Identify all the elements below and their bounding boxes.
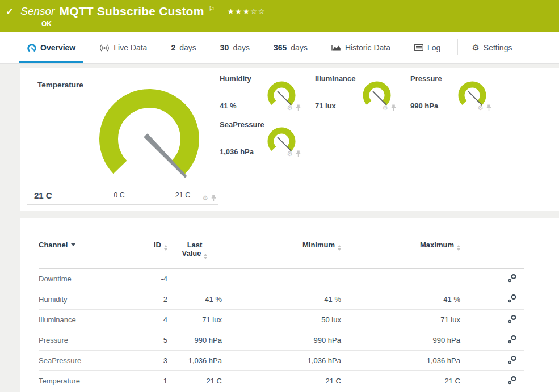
gear-icon: ⚙ <box>472 43 479 53</box>
flag-icon[interactable]: ⚐ <box>209 5 215 13</box>
pin-icon[interactable] <box>296 104 301 111</box>
pin-icon[interactable] <box>296 150 301 157</box>
channel-id: 5 <box>135 330 167 351</box>
gauges-card: Temperature 0 C 21 C 21 C ⚙ Humidity 41 … <box>20 68 559 211</box>
channel-last-value: 71 lux <box>167 310 222 330</box>
sort-icon <box>457 245 460 251</box>
gauge-panel-temperature: Temperature 0 C 21 C 21 C ⚙ <box>27 73 218 205</box>
gauge-min-label: 0 C <box>107 191 132 199</box>
table-row: Humidity 2 41 % 41 % 41 % <box>39 289 524 310</box>
tab-divider <box>457 39 458 55</box>
tab-live-data[interactable]: Live Data <box>91 32 155 63</box>
gear-icon[interactable]: ⚙ <box>382 104 388 111</box>
tab-label: days <box>233 43 250 52</box>
channel-last-value <box>167 269 222 289</box>
channel-last-value: 41 % <box>167 289 222 310</box>
sensor-status-badge: OK <box>41 20 552 28</box>
channel-minimum: 50 lux <box>222 310 341 330</box>
gear-icon[interactable]: ⚙ <box>287 104 293 111</box>
log-icon <box>414 44 423 51</box>
tab-overview[interactable]: Overview <box>19 32 83 63</box>
channel-name[interactable]: SeaPressure <box>39 351 135 371</box>
table-row: SeaPressure 3 1,036 hPa 1,036 hPa 1,036 … <box>39 351 524 371</box>
tab-label: Settings <box>484 43 512 52</box>
channel-settings-icon[interactable] <box>507 314 517 324</box>
gauge-title: SeaPressure <box>220 120 264 129</box>
tab-historic-data[interactable]: Historic Data <box>323 32 398 63</box>
tab-settings[interactable]: ⚙ Settings <box>464 32 520 63</box>
channel-name[interactable]: Illuminance <box>39 310 135 330</box>
channel-name[interactable]: Downtime <box>39 269 135 289</box>
column-header-channel[interactable]: Channel <box>39 241 135 269</box>
channel-minimum <box>222 269 341 289</box>
sort-icon <box>164 245 167 251</box>
pin-icon[interactable] <box>486 104 491 111</box>
mini-gauges-grid: Humidity 41 % ⚙ Illuminance 71 lux <box>218 73 514 211</box>
channel-id: -4 <box>135 269 167 289</box>
table-row: Pressure 5 990 hPa 990 hPa 990 hPa <box>39 330 524 351</box>
gauge-panel-illuminance: Illuminance 71 lux ⚙ <box>314 73 404 113</box>
gauge-title: Pressure <box>410 74 442 83</box>
tab-2-days[interactable]: 2 days <box>163 32 204 63</box>
column-header-last-value[interactable]: Last Value <box>167 241 222 269</box>
channel-settings-icon[interactable] <box>507 335 517 344</box>
channel-minimum: 990 hPa <box>222 330 341 351</box>
gauge-title: Illuminance <box>315 74 356 83</box>
column-header-id[interactable]: ID <box>135 241 167 269</box>
tab-label: Historic Data <box>345 43 390 52</box>
channel-maximum: 21 C <box>341 371 460 391</box>
channel-maximum: 71 lux <box>341 310 460 330</box>
status-check-icon: ✓ <box>6 6 14 18</box>
channels-table: Channel ID Last Value Minimum Maximum <box>39 241 524 391</box>
channel-id: 3 <box>135 351 167 371</box>
channel-maximum: 41 % <box>341 289 460 310</box>
gauge-title: Humidity <box>220 74 251 83</box>
channel-last-value: 1,036 hPa <box>167 351 222 371</box>
channel-name[interactable]: Pressure <box>39 330 135 351</box>
sensor-status-header: ✓ Sensor MQTT Subscribe Custom ⚐ ★★★☆☆ O… <box>0 0 559 32</box>
gauge-icon <box>27 44 36 52</box>
sensor-type-label: Sensor <box>20 5 54 18</box>
tab-label: days <box>291 43 308 52</box>
channel-settings-icon[interactable] <box>507 273 517 283</box>
tab-30-days[interactable]: 30 days <box>212 32 258 63</box>
column-header-maximum[interactable]: Maximum <box>341 241 460 269</box>
gear-icon[interactable]: ⚙ <box>202 195 208 201</box>
channel-settings-icon[interactable] <box>507 294 517 304</box>
channel-last-value: 990 hPa <box>167 330 222 351</box>
gear-icon[interactable]: ⚙ <box>287 150 293 157</box>
channel-settings-icon[interactable] <box>507 355 517 365</box>
channel-last-value: 21 C <box>167 371 222 391</box>
channel-name[interactable]: Temperature <box>39 371 135 391</box>
pin-icon[interactable] <box>391 104 396 111</box>
tab-label: Log <box>427 43 440 52</box>
sensor-title: MQTT Subscribe Custom <box>59 5 204 18</box>
tab-label: days <box>179 43 196 52</box>
column-header-minimum[interactable]: Minimum <box>222 241 341 269</box>
channel-minimum: 1,036 hPa <box>222 351 341 371</box>
gauge-title: Temperature <box>37 81 83 89</box>
channel-id: 2 <box>135 289 167 310</box>
channels-card: Channel ID Last Value Minimum Maximum <box>20 218 559 392</box>
channel-name[interactable]: Humidity <box>39 289 135 310</box>
tab-label: Live Data <box>114 43 147 52</box>
temperature-gauge <box>95 87 203 183</box>
channel-maximum: 1,036 hPa <box>341 351 460 371</box>
gauge-panel-pressure: Pressure 990 hPa ⚙ <box>409 73 499 113</box>
area-chart-icon <box>331 44 341 52</box>
priority-stars[interactable]: ★★★☆☆ <box>227 7 266 16</box>
channel-settings-icon[interactable] <box>507 376 517 385</box>
tab-log[interactable]: Log <box>406 32 448 63</box>
column-header-actions <box>460 241 524 269</box>
gauge-value: 990 hPa <box>410 102 438 110</box>
pin-icon[interactable] <box>211 195 216 201</box>
gauge-panel-seapressure: SeaPressure 1,036 hPa ⚙ <box>218 119 308 159</box>
gauge-value: 1,036 hPa <box>220 147 254 156</box>
sort-icon <box>204 254 207 259</box>
table-row: Downtime -4 <box>39 269 524 289</box>
gear-icon[interactable]: ⚙ <box>477 104 484 111</box>
channel-id: 1 <box>135 371 167 391</box>
tab-label: Overview <box>40 43 75 52</box>
channel-id: 4 <box>135 310 167 330</box>
tab-365-days[interactable]: 365 days <box>266 32 316 63</box>
